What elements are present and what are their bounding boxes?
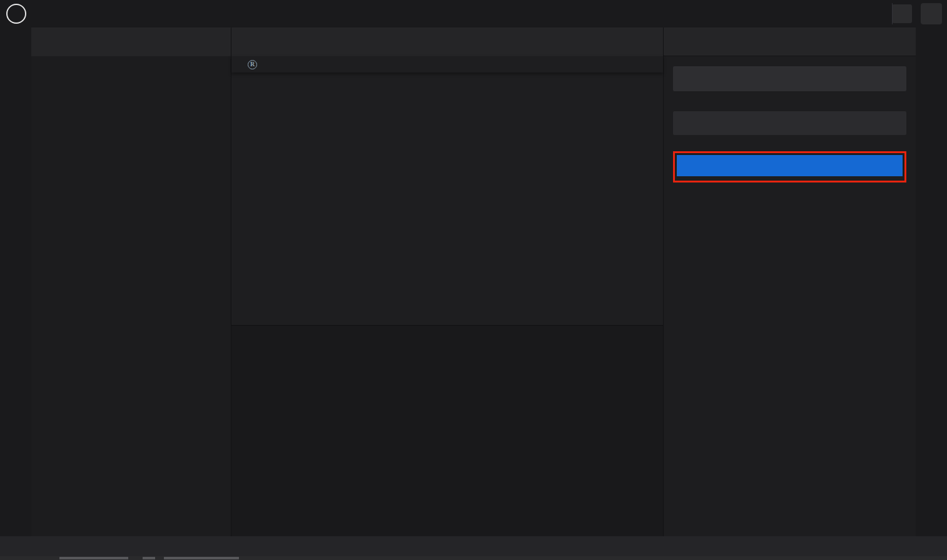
swanky-panel-body: [664, 56, 916, 206]
editor-column: R: [231, 28, 663, 536]
explorer-header: [31, 28, 231, 56]
back-button[interactable]: [6, 4, 26, 24]
editor-tabstrip: [231, 28, 663, 56]
breadcrumb: R: [231, 56, 663, 72]
avatar[interactable]: [921, 3, 942, 24]
main-area: R: [0, 28, 947, 536]
start-button-highlight: [673, 151, 906, 182]
panel-output-body: [231, 353, 663, 536]
file-tree: [31, 56, 231, 64]
start-button[interactable]: [677, 155, 903, 176]
status-bar: [0, 536, 947, 556]
titlebar-right: [892, 3, 942, 24]
rust-file-icon: R: [248, 60, 257, 69]
titlebar: [0, 0, 947, 28]
explorer-sidebar: [31, 28, 231, 536]
guide-button[interactable]: [892, 3, 893, 24]
swanky-panel-title: [664, 28, 916, 56]
code-editor[interactable]: [231, 72, 663, 325]
editor-actions: [654, 28, 663, 56]
command-input[interactable]: [673, 111, 906, 135]
connected-button[interactable]: [892, 4, 912, 23]
chainide-window: R: [0, 0, 947, 560]
bottom-panel: [231, 325, 663, 536]
swanky-node-panel: [663, 28, 916, 536]
panel-tabs: [231, 326, 663, 353]
left-activity-bar: [0, 28, 31, 536]
right-activity-bar: [916, 28, 947, 536]
sandbox-notice: [673, 66, 906, 91]
clipped-bottom-row: [0, 556, 947, 560]
